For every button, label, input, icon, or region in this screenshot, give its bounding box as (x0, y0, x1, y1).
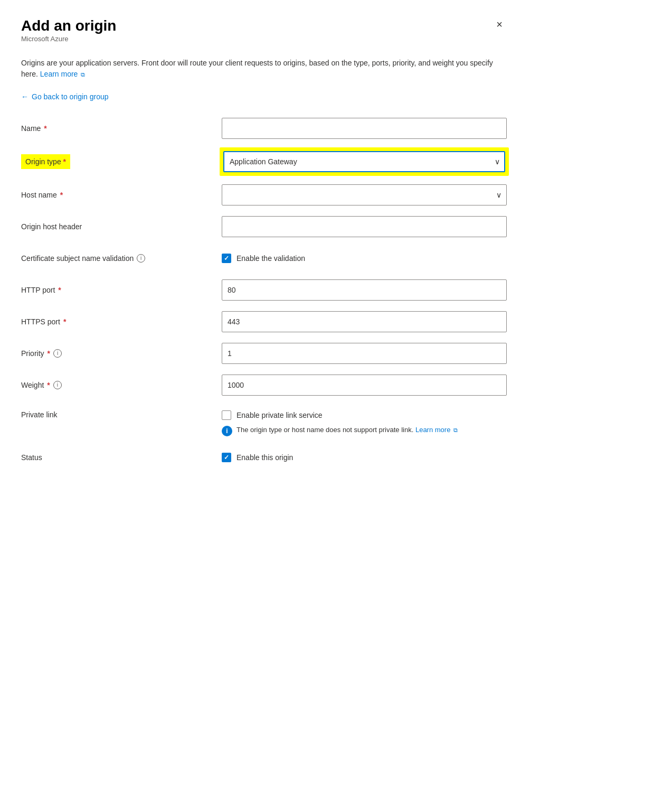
http-port-input[interactable] (222, 279, 507, 301)
http-port-field-col (222, 279, 507, 301)
certificate-validation-checkbox[interactable]: ✓ (222, 254, 231, 263)
private-link-external-icon: ⧉ (453, 427, 458, 433)
priority-input[interactable] (222, 343, 507, 364)
origin-host-header-field-col (222, 216, 507, 237)
private-link-info-text: The origin type or host name does not su… (236, 425, 458, 435)
private-link-info-circle: i (222, 426, 232, 436)
host-name-select[interactable] (222, 184, 507, 205)
https-port-row: HTTPS port * (21, 311, 507, 332)
host-name-row: Host name * ∨ (21, 184, 507, 205)
back-arrow-icon: ← (21, 92, 29, 101)
certificate-checkbox-row: ✓ Enable the validation (222, 254, 507, 263)
private-link-checkbox[interactable] (222, 410, 231, 420)
status-row: Status ✓ Enable this origin (21, 447, 507, 468)
weight-field-col (222, 375, 507, 396)
private-link-checkbox-row: Enable private link service (222, 410, 507, 420)
certificate-validation-label: Certificate subject name validation i (21, 254, 222, 263)
private-link-learn-more-link[interactable]: Learn more ⧉ (415, 426, 458, 434)
priority-required-indicator: * (48, 349, 50, 358)
https-port-label: HTTPS port * (21, 317, 222, 326)
private-link-row: Private link Enable private link service… (21, 406, 507, 436)
external-link-icon: ⧉ (81, 71, 85, 78)
http-port-label: HTTP port * (21, 286, 222, 294)
private-link-label: Private link (21, 410, 222, 419)
status-checkbox-row: ✓ Enable this origin (222, 453, 507, 462)
priority-label: Priority * i (21, 349, 222, 358)
name-row: Name * (21, 118, 507, 139)
http-port-row: HTTP port * (21, 279, 507, 301)
weight-input[interactable] (222, 375, 507, 396)
certificate-checkbox-label: Enable the validation (236, 254, 305, 263)
origin-host-header-input[interactable] (222, 216, 507, 237)
origin-type-row: Origin type * Application Gateway Storag… (21, 149, 507, 174)
host-name-field-col: ∨ (222, 184, 507, 205)
https-port-required-indicator: * (63, 317, 66, 326)
header-text-group: Add an origin Microsoft Azure (21, 17, 116, 55)
certificate-info-icon[interactable]: i (137, 254, 145, 263)
close-button[interactable]: × (492, 17, 507, 32)
origin-type-label-col: Origin type * (21, 154, 222, 169)
origin-type-required-indicator: * (63, 157, 66, 166)
weight-label: Weight * i (21, 381, 222, 389)
weight-row: Weight * i (21, 375, 507, 396)
host-name-select-wrapper: ∨ (222, 184, 507, 205)
priority-field-col (222, 343, 507, 364)
origin-type-select-wrapper: Application Gateway Storage Cloud Servic… (223, 151, 505, 172)
name-label: Name * (21, 124, 222, 133)
certificate-checkmark-icon: ✓ (224, 255, 229, 261)
description-text: Origins are your application servers. Fr… (21, 58, 507, 80)
host-name-label: Host name * (21, 191, 222, 199)
https-port-input[interactable] (222, 311, 507, 332)
https-port-field-col (222, 311, 507, 332)
private-link-info-message: i The origin type or host name does not … (222, 425, 507, 436)
weight-info-icon[interactable]: i (53, 381, 62, 389)
origin-type-select[interactable]: Application Gateway Storage Cloud Servic… (223, 151, 505, 172)
panel-header: Add an origin Microsoft Azure × (21, 17, 507, 55)
go-back-button[interactable]: ← Go back to origin group (21, 92, 109, 101)
status-label: Status (21, 453, 222, 462)
weight-required-indicator: * (47, 381, 50, 389)
status-checkmark-icon: ✓ (224, 454, 229, 461)
origin-type-field-col: Application Gateway Storage Cloud Servic… (222, 149, 507, 174)
origin-type-label-highlight: Origin type * (21, 154, 70, 169)
name-required-indicator: * (44, 124, 46, 133)
priority-info-icon[interactable]: i (53, 349, 62, 358)
origin-host-header-row: Origin host header (21, 216, 507, 237)
origin-host-header-label: Origin host header (21, 222, 222, 231)
page-subtitle: Microsoft Azure (21, 35, 116, 43)
name-field-col (222, 118, 507, 139)
priority-row: Priority * i (21, 343, 507, 364)
private-link-checkbox-label: Enable private link service (236, 411, 323, 419)
page-title: Add an origin (21, 17, 116, 35)
certificate-validation-field-col: ✓ Enable the validation (222, 254, 507, 263)
name-input[interactable] (222, 118, 507, 139)
host-name-required-indicator: * (60, 191, 63, 199)
status-checkbox-label: Enable this origin (236, 453, 293, 462)
status-field-col: ✓ Enable this origin (222, 453, 507, 462)
certificate-validation-row: Certificate subject name validation i ✓ … (21, 248, 507, 269)
http-port-required-indicator: * (58, 286, 61, 294)
private-link-field-col: Enable private link service i The origin… (222, 410, 507, 436)
description-learn-more-link[interactable]: Learn more ⧉ (40, 70, 85, 78)
status-checkbox[interactable]: ✓ (222, 453, 231, 462)
